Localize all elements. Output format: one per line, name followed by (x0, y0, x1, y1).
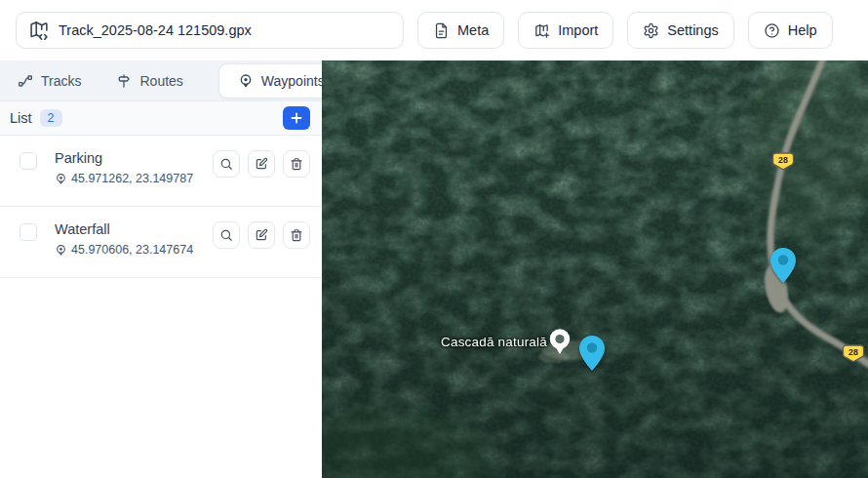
waypoint-row-waterfall[interactable]: Waterfall 45.970606, 23.147674 (0, 207, 322, 278)
waypoint-checkbox[interactable] (20, 223, 37, 241)
signpost-icon (116, 73, 132, 89)
meta-button[interactable]: Meta (417, 12, 504, 49)
spline-icon (18, 73, 33, 89)
delete-waypoint-button[interactable] (283, 221, 310, 249)
sidebar-empty-area (0, 278, 322, 478)
waypoint-coordinates: 45.970606, 23.147674 (55, 243, 193, 257)
coords-text: 45.971262, 23.149787 (71, 172, 193, 185)
plus-icon (291, 112, 302, 124)
map-canvas[interactable]: 28 28 Cascadă naturală (322, 60, 868, 478)
help-button[interactable]: Help (748, 12, 833, 49)
help-button-label: Help (788, 22, 817, 38)
tab-routes[interactable]: Routes (116, 73, 182, 89)
edit-waypoint-button[interactable] (248, 221, 275, 249)
header-bar: Meta Import Settings (0, 0, 868, 60)
gear-icon (643, 22, 659, 39)
tab-tracks[interactable]: Tracks (18, 73, 81, 89)
pencil-icon (255, 157, 268, 171)
circle-dot-pin-icon (238, 73, 254, 89)
waypoint-name: Waterfall (55, 221, 193, 237)
pin-icon (55, 244, 67, 257)
zoom-to-waypoint-button[interactable] (213, 150, 240, 178)
poi-marker[interactable] (548, 328, 572, 357)
map-code-logo-icon (28, 20, 50, 41)
import-button-label: Import (558, 22, 598, 38)
svg-text:28: 28 (778, 155, 788, 165)
waypoint-pin-parking[interactable] (770, 248, 796, 283)
waypoint-info: Parking 45.971262, 23.149787 (55, 150, 193, 185)
map-plus-icon (533, 22, 550, 39)
file-icon (433, 22, 450, 39)
pencil-icon (255, 228, 268, 242)
tab-waypoints-label: Waypoints (261, 73, 325, 89)
coords-text: 45.970606, 23.147674 (71, 243, 193, 257)
settings-button[interactable]: Settings (627, 12, 733, 49)
list-label: List (10, 110, 32, 126)
waypoint-coordinates: 45.971262, 23.149787 (55, 172, 193, 185)
waypoint-pin-waterfall[interactable] (579, 336, 605, 371)
waypoint-info: Waterfall 45.970606, 23.147674 (55, 221, 193, 257)
help-circle-icon (764, 22, 780, 39)
filename-box[interactable] (16, 12, 404, 49)
gpx-editor-app: Meta Import Settings (0, 0, 868, 478)
meta-button-label: Meta (457, 22, 489, 38)
header-buttons: Meta Import Settings (417, 12, 833, 49)
search-icon (219, 228, 233, 242)
waypoint-checkbox[interactable] (20, 152, 37, 170)
waypoint-row-parking[interactable]: Parking 45.971262, 23.149787 (0, 136, 322, 207)
search-icon (219, 157, 233, 171)
waypoint-name: Parking (55, 150, 193, 166)
waypoint-count-badge: 2 (40, 109, 62, 127)
waypoint-actions (213, 150, 310, 178)
sidebar-tabbar: Tracks Routes Waypoints (0, 60, 322, 101)
tab-tracks-label: Tracks (41, 73, 81, 89)
delete-waypoint-button[interactable] (283, 150, 310, 178)
zoom-to-waypoint-button[interactable] (213, 221, 240, 249)
road-shield-28-top: 28 (771, 152, 795, 173)
road-shield-28-bottom: 28 (842, 344, 865, 365)
settings-button-label: Settings (667, 22, 718, 38)
import-button[interactable]: Import (518, 12, 613, 49)
tab-routes-label: Routes (139, 73, 182, 89)
svg-text:28: 28 (848, 347, 858, 357)
poi-label: Cascadă naturală (441, 335, 547, 349)
waypoint-list-header: List 2 (0, 101, 322, 136)
edit-waypoint-button[interactable] (248, 150, 275, 178)
filename-input[interactable] (59, 22, 391, 38)
pin-icon (55, 173, 67, 185)
waypoint-list: Parking 45.971262, 23.149787 (0, 136, 322, 278)
add-waypoint-button[interactable] (283, 106, 310, 130)
waypoint-actions (213, 221, 310, 249)
trash-icon (290, 228, 303, 242)
trash-icon (290, 157, 303, 171)
